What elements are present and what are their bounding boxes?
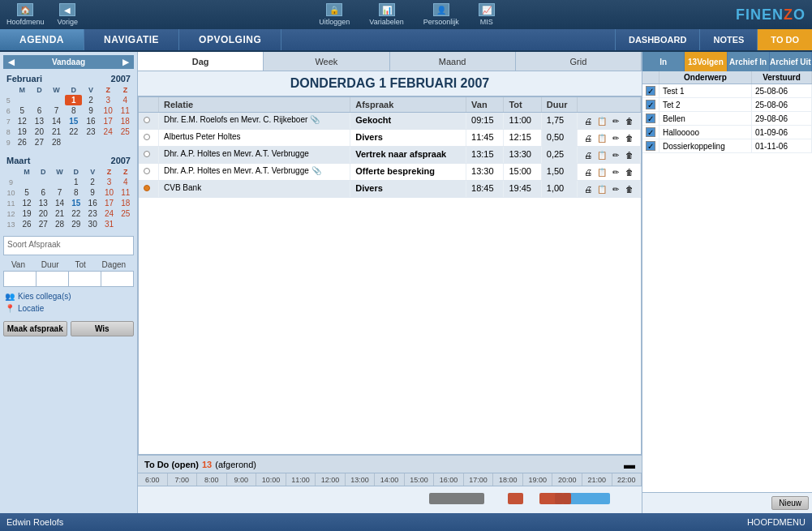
todo-checkbox[interactable]: ✓	[646, 100, 655, 109]
copy-icon[interactable]: 📋	[596, 183, 608, 195]
delete-icon[interactable]: 🗑	[624, 115, 635, 126]
variables-nav[interactable]: 📊 Variabelen	[369, 3, 403, 26]
nav-tab-opvolging[interactable]: OPVOLGING	[179, 29, 281, 50]
feb-day-13[interactable]: 13	[31, 116, 48, 126]
feb-day-11[interactable]: 11	[117, 105, 134, 116]
todo-header-tab-archief-uit[interactable]: Archief Uit	[770, 52, 812, 71]
todo-checkbox-cell[interactable]: ✓	[642, 84, 659, 98]
todo-checkbox-cell[interactable]: ✓	[642, 112, 659, 126]
dagen-field[interactable]	[101, 272, 133, 286]
kies-collega[interactable]: 👥 Kies collega(s)	[3, 290, 134, 302]
todo-header-tab-volgen[interactable]: 13 Volgen	[685, 52, 727, 71]
next-arrow[interactable]: ▶	[122, 58, 129, 66]
feb-day-19[interactable]: 19	[14, 126, 31, 137]
todo-checkbox[interactable]: ✓	[646, 127, 655, 137]
feb-day-3[interactable]: 3	[100, 95, 117, 105]
feb-day-17[interactable]: 17	[100, 116, 117, 126]
back-label[interactable]: Vorige	[58, 18, 79, 26]
mis-nav[interactable]: 📈 MIS	[479, 3, 495, 26]
duur-field[interactable]	[37, 272, 69, 286]
feb-day-7[interactable]: 7	[48, 105, 65, 116]
delete-icon[interactable]: 🗑	[624, 149, 635, 161]
copy-icon[interactable]: 📋	[596, 132, 608, 143]
view-tab-dag[interactable]: Dag	[138, 52, 264, 71]
edit-icon[interactable]: ✏	[610, 115, 621, 126]
locatie-label[interactable]: Locatie	[18, 304, 44, 313]
print-icon[interactable]: 🖨	[582, 166, 594, 178]
delete-icon[interactable]: 🗑	[624, 132, 635, 143]
nieuw-button[interactable]: Nieuw	[771, 496, 809, 510]
personal-nav[interactable]: 👤 Persoonlijk	[423, 3, 459, 26]
feb-day-23[interactable]: 23	[82, 126, 99, 137]
edit-icon[interactable]: ✏	[610, 183, 621, 195]
nav-tab-agenda[interactable]: AGENDA	[0, 29, 84, 50]
feb-day-9[interactable]: 9	[82, 105, 99, 116]
view-tab-week[interactable]: Week	[264, 52, 389, 71]
kies-collega-label[interactable]: Kies collega(s)	[18, 292, 71, 301]
feb-day-6[interactable]: 6	[31, 105, 48, 116]
van-duur-tot-input[interactable]	[3, 271, 134, 287]
todo-header-tab-archief-in[interactable]: Archief In	[728, 52, 770, 71]
feb-day-24[interactable]: 24	[100, 126, 117, 137]
todo-checkbox-cell[interactable]: ✓	[642, 98, 659, 112]
feb-day-16[interactable]: 16	[82, 116, 99, 126]
print-icon[interactable]: 🖨	[582, 183, 594, 195]
feb-day-5[interactable]: 5	[14, 105, 31, 116]
feb-day-20[interactable]: 20	[31, 126, 48, 137]
print-icon[interactable]: 🖨	[582, 149, 594, 161]
right-tab-dashboard[interactable]: DASHBOARD	[615, 29, 700, 50]
feb-day-1[interactable]: 1	[65, 95, 82, 105]
edit-icon[interactable]: ✏	[610, 166, 621, 178]
edit-icon[interactable]: ✏	[610, 132, 621, 143]
vandaag-nav[interactable]: ◀ Vandaag ▶	[3, 55, 134, 69]
copy-icon[interactable]: 📋	[596, 166, 608, 178]
copy-icon[interactable]: 📋	[596, 115, 608, 126]
van-field[interactable]	[4, 272, 37, 286]
feb-day-8[interactable]: 8	[65, 105, 82, 116]
copy-icon[interactable]: 📋	[596, 149, 608, 161]
feb-day-2[interactable]: 2	[82, 95, 99, 105]
todo-checkbox[interactable]: ✓	[646, 113, 655, 123]
view-tab-grid[interactable]: Grid	[516, 52, 642, 71]
maak-afspraak-button[interactable]: Maak afspraak	[3, 321, 67, 336]
delete-icon[interactable]: 🗑	[624, 183, 635, 195]
feb-day-18[interactable]: 18	[117, 116, 134, 126]
todo-checkbox-cell[interactable]: ✓	[642, 139, 659, 153]
feb-day-10[interactable]: 10	[100, 105, 117, 116]
prev-arrow[interactable]: ◀	[8, 58, 15, 66]
tot-field[interactable]	[69, 272, 101, 286]
home-label[interactable]: Hoofdmenu	[6, 18, 45, 26]
soort-afspraak-field[interactable]: Soort Afspraak	[3, 236, 134, 255]
nav-tab-navigatie[interactable]: NAVIGATIE	[84, 29, 179, 50]
todo-collapse-button[interactable]: ▬	[624, 458, 635, 471]
vandaag-label[interactable]: Vandaag	[52, 58, 85, 66]
personal-label[interactable]: Persoonlijk	[423, 18, 459, 26]
print-icon[interactable]: 🖨	[582, 132, 594, 143]
edit-icon[interactable]: ✏	[610, 149, 621, 161]
feb-day-21[interactable]: 21	[48, 126, 65, 137]
feb-day-4[interactable]: 4	[117, 95, 134, 105]
mis-label[interactable]: MIS	[480, 18, 493, 26]
todo-checkbox[interactable]: ✓	[646, 141, 655, 151]
home-nav[interactable]: 🏠 Hoofdmenu	[6, 3, 45, 26]
feb-day-26[interactable]: 26	[14, 137, 31, 148]
kies-locatie[interactable]: 📍 Locatie	[3, 302, 134, 315]
right-tab-todo[interactable]: TO DO	[757, 29, 812, 50]
right-tab-notes[interactable]: NOTES	[699, 29, 757, 50]
todo-checkbox-cell[interactable]: ✓	[642, 126, 659, 139]
back-nav[interactable]: ◀ Vorige	[58, 3, 79, 26]
feb-day-12[interactable]: 12	[14, 116, 31, 126]
feb-day-14[interactable]: 14	[48, 116, 65, 126]
logout-label[interactable]: Uitloggen	[319, 18, 350, 26]
feb-day-27[interactable]: 27	[31, 137, 48, 148]
delete-icon[interactable]: 🗑	[624, 166, 635, 178]
todo-checkbox[interactable]: ✓	[646, 86, 655, 96]
feb-day-28[interactable]: 28	[48, 137, 65, 148]
view-tab-maand[interactable]: Maand	[390, 52, 516, 71]
logout-nav[interactable]: 🔒 Uitloggen	[319, 3, 350, 26]
feb-day-25[interactable]: 25	[117, 126, 134, 137]
feb-day-15[interactable]: 15	[65, 116, 82, 126]
print-icon[interactable]: 🖨	[582, 115, 594, 126]
wis-button[interactable]: Wis	[71, 321, 135, 336]
feb-day-22[interactable]: 22	[65, 126, 82, 137]
